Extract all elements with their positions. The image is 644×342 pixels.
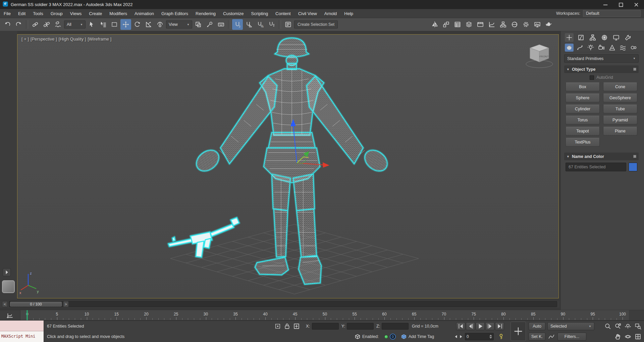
time-slider-handle[interactable]: 0 / 100	[10, 302, 62, 306]
new-key-tangent-icon[interactable]	[547, 333, 555, 341]
menu-animation[interactable]: Animation	[131, 9, 158, 18]
menu-create[interactable]: Create	[85, 9, 106, 18]
vp-menu-quality[interactable]: [High Quality ]	[59, 37, 86, 42]
render-setup-icon[interactable]	[521, 19, 531, 30]
object-type-plane-button[interactable]: Plane	[603, 127, 637, 135]
object-type-box-button[interactable]: Box	[566, 82, 600, 91]
perspective-viewport[interactable]: FRONT z x y [ + ] [Perspective ] [High Q…	[17, 34, 559, 298]
y-coordinate-field[interactable]	[347, 323, 374, 330]
splitter-arrow-button[interactable]	[3, 268, 11, 276]
frame-spinner-up[interactable]	[489, 335, 492, 336]
menu-group[interactable]: Group	[47, 9, 66, 18]
selection-lock-icon[interactable]	[283, 322, 291, 330]
cameras-subtab-icon[interactable]	[597, 44, 606, 52]
absolute-offset-mode-icon[interactable]	[292, 322, 301, 330]
name-and-color-rollout-header[interactable]: ▼ Name and Color	[564, 153, 639, 160]
vp-menu-shading[interactable]: [Wireframe ]	[88, 37, 111, 42]
geometry-subtab-icon[interactable]	[565, 44, 574, 52]
bind-to-space-warp-icon[interactable]	[53, 19, 63, 30]
maximize-viewport-icon[interactable]	[634, 333, 642, 341]
object-type-tube-button[interactable]: Tube	[603, 105, 637, 113]
select-by-name-icon[interactable]	[98, 19, 108, 30]
current-frame-spinner[interactable]: 0	[465, 333, 494, 340]
viewcube[interactable]: FRONT	[526, 45, 553, 68]
enabled-count-badge[interactable]: 0	[390, 334, 396, 340]
motion-tab-icon[interactable]	[600, 33, 609, 42]
autogrid-checkbox[interactable]	[590, 75, 594, 80]
menu-help[interactable]: Help	[340, 9, 357, 18]
add-time-tag-cube-icon[interactable]	[400, 333, 408, 341]
key-tangent-icon[interactable]	[497, 333, 505, 341]
time-slider-track[interactable]: 0 / 100	[9, 301, 557, 307]
time-ruler[interactable]: 0510152025303540455055606570758085909510…	[20, 310, 629, 320]
viewport-layout-tab[interactable]	[2, 280, 15, 293]
render-production-icon[interactable]	[543, 19, 554, 30]
z-coordinate-field[interactable]	[382, 323, 409, 330]
menu-scripting[interactable]: Scripting	[248, 9, 272, 18]
current-frame-marker[interactable]	[26, 310, 28, 320]
menu-content[interactable]: Content	[272, 9, 294, 18]
align-icon[interactable]	[441, 19, 451, 30]
menu-graph-editors[interactable]: Graph Editors	[158, 9, 192, 18]
pan-hand-icon[interactable]	[614, 333, 622, 341]
object-type-torus-button[interactable]: Torus	[566, 116, 600, 124]
primitives-category-dropdown[interactable]: Standard Primitives▼	[564, 54, 639, 63]
modify-tab-icon[interactable]	[577, 33, 585, 42]
workspace-dropdown[interactable]: Default	[583, 10, 641, 17]
viewcube-face-label[interactable]: FRONT	[539, 55, 549, 58]
maxscript-mini-listener[interactable]: MAXScript Mini	[0, 321, 44, 342]
object-color-swatch[interactable]	[629, 163, 637, 171]
utilities-tab-icon[interactable]	[624, 33, 632, 42]
keyboard-shortcut-override-icon[interactable]	[216, 19, 226, 30]
edit-named-selection-sets-icon[interactable]	[283, 19, 293, 30]
zoom-extents-icon[interactable]	[624, 322, 632, 330]
zoom-icon[interactable]	[604, 322, 612, 330]
zoom-region-icon[interactable]	[634, 322, 642, 330]
object-type-cylinder-button[interactable]: Cylinder	[566, 105, 600, 113]
lights-subtab-icon[interactable]	[586, 44, 595, 52]
mirror-icon[interactable]	[429, 19, 440, 30]
menu-file[interactable]: File	[0, 9, 14, 18]
unlink-selection-icon[interactable]	[41, 19, 52, 30]
object-type-cone-button[interactable]: Cone	[603, 82, 637, 91]
key-selection-dropdown[interactable]: Selected▼	[547, 322, 594, 330]
set-keys-button[interactable]	[511, 322, 526, 341]
key-nudge-right-button[interactable]	[458, 333, 464, 341]
snaps-toggle-icon[interactable]: 3	[232, 19, 243, 30]
selection-filter-dropdown[interactable]: All▼	[64, 20, 86, 28]
auto-key-button[interactable]: Auto	[529, 322, 545, 330]
object-type-textplus-button[interactable]: TextPlus	[566, 138, 600, 147]
play-button[interactable]	[476, 322, 485, 330]
toggle-ribbon-icon[interactable]	[475, 19, 486, 30]
minimize-button[interactable]	[598, 0, 613, 9]
maximize-button[interactable]	[613, 0, 629, 9]
create-tab-icon[interactable]	[565, 33, 574, 42]
time-tag-cube-icon[interactable]	[354, 333, 362, 341]
select-and-place-icon[interactable]	[155, 19, 165, 30]
object-type-teapot-button[interactable]: Teapot	[566, 127, 600, 135]
close-button[interactable]	[629, 0, 644, 9]
menu-civil-view[interactable]: Civil View	[294, 9, 321, 18]
material-editor-icon[interactable]	[509, 19, 520, 30]
go-to-start-button[interactable]	[456, 322, 465, 330]
angle-snap-icon[interactable]	[244, 19, 254, 30]
use-pivot-point-center-icon[interactable]	[193, 19, 204, 30]
zoom-all-icon[interactable]	[614, 322, 622, 330]
object-type-rollout-header[interactable]: ▼ Object Type	[564, 65, 639, 73]
go-to-end-button[interactable]	[495, 322, 504, 330]
macro-recorder-pane[interactable]	[0, 321, 44, 331]
x-coordinate-field[interactable]	[312, 323, 339, 330]
mini-curve-editor-button[interactable]	[4, 311, 15, 320]
percent-snap-icon[interactable]: %	[255, 19, 266, 30]
toggle-scene-explorer-icon[interactable]	[452, 19, 463, 30]
select-object-icon[interactable]	[86, 19, 97, 30]
previous-frame-button[interactable]	[466, 322, 475, 330]
enabled-indicator[interactable]	[384, 335, 388, 339]
add-time-tag-label[interactable]: Add Time Tag	[409, 331, 434, 342]
time-slider-next-button[interactable]: >	[63, 301, 69, 307]
create-selection-set-field[interactable]: Create Selection Set	[294, 20, 338, 28]
rendered-frame-window-icon[interactable]	[532, 19, 543, 30]
hierarchy-tab-icon[interactable]	[588, 33, 597, 42]
orbit-icon[interactable]	[624, 333, 632, 341]
vp-menu-general[interactable]: [ + ]	[21, 37, 29, 42]
